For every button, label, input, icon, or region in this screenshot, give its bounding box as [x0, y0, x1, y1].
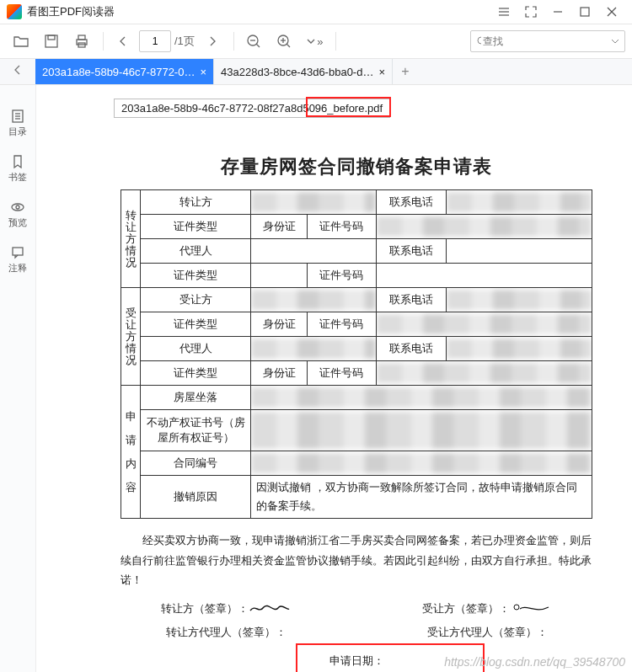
- close-icon[interactable]: ×: [378, 66, 385, 78]
- svg-rect-4: [581, 8, 589, 16]
- sidebar-item-label: 预览: [8, 216, 27, 229]
- app-title: 看图王PDF阅读器: [27, 4, 115, 19]
- field-label: 联系电话: [377, 288, 447, 312]
- page-number-input[interactable]: [139, 30, 171, 52]
- field-label: 证件号码: [307, 264, 377, 288]
- field-label: 联系电话: [377, 337, 447, 361]
- field-label: 证件号码: [307, 215, 377, 239]
- sidebar-item-preview[interactable]: 预览: [0, 191, 35, 237]
- close-window-button[interactable]: [598, 0, 625, 24]
- field-label: 证件号码: [307, 361, 377, 386]
- group-label-transferor: 转让方情况: [121, 190, 141, 288]
- svg-line-13: [256, 44, 260, 47]
- svg-rect-7: [46, 35, 57, 47]
- tab-label: 203a1a8e-58b9-46c7-8772-0…: [42, 66, 195, 78]
- svg-rect-10: [78, 35, 85, 40]
- maximize-button[interactable]: [571, 0, 598, 24]
- sidebar-item-annotate[interactable]: 注释: [0, 237, 35, 282]
- transferee-agent-signature: 受让方代理人（签章）：: [427, 625, 548, 640]
- svg-point-25: [12, 204, 24, 211]
- field-value: 身份证: [251, 312, 307, 337]
- open-file-button[interactable]: [7, 27, 35, 56]
- svg-point-28: [514, 605, 519, 610]
- svg-point-26: [16, 205, 19, 209]
- field-label: 证件号码: [307, 312, 377, 337]
- separator: [103, 32, 104, 51]
- field-label: 撤销原因: [141, 476, 251, 519]
- field-label: 证件类型: [141, 215, 251, 239]
- sidebar-item-label: 目录: [8, 125, 27, 138]
- field-label: 不动产权证书号（房屋所有权证号）: [141, 410, 251, 451]
- sidebar-item-label: 书签: [8, 171, 27, 184]
- sidebar-item-bookmark[interactable]: 书签: [0, 146, 35, 191]
- print-button[interactable]: [67, 27, 96, 56]
- next-page-button[interactable]: [198, 27, 227, 56]
- group-label-transferee: 受让方情况: [121, 288, 141, 386]
- app-logo: [7, 4, 22, 19]
- declaration-text: 经买卖双方协商一致，现申请撤销浙江省二手房买卖合同网签备案，若已办理资金监管，则…: [121, 531, 592, 589]
- document-viewer[interactable]: 203a1a8e-58b9-46c7-8772-08f27a8d5096_bef…: [36, 85, 632, 672]
- field-label: 房屋坐落: [141, 386, 251, 410]
- close-icon[interactable]: ×: [200, 66, 206, 78]
- separator: [335, 32, 336, 51]
- save-button[interactable]: [37, 27, 66, 56]
- field-value: 身份证: [251, 361, 307, 386]
- search-box[interactable]: [470, 30, 625, 52]
- minimize-button[interactable]: [544, 0, 571, 24]
- prev-page-button[interactable]: [109, 27, 137, 56]
- new-tab-button[interactable]: +: [393, 59, 418, 84]
- form-table: 转让方情况 转让方 联系电话 证件类型 身份证 证件号码 代理人 联系电话: [121, 189, 592, 519]
- field-label: 合同编号: [141, 451, 251, 476]
- search-input[interactable]: [481, 35, 611, 48]
- field-label: 代理人: [141, 239, 251, 264]
- field-value: 身份证: [251, 215, 307, 239]
- tab-inactive[interactable]: 43a228d3-8bce-43d6-bba0-d… ×: [214, 59, 393, 84]
- signature-scribble-icon: [249, 602, 291, 616]
- reason-text: 因测试撤销 ，双方协商一致解除所签订合同，故特申请撤销原合同的备案手续。: [251, 476, 592, 519]
- pdf-page: 存量房网签合同撤销备案申请表 转让方情况 转让方 联系电话 证件类型 身份证 证…: [95, 93, 618, 669]
- annotation-box: [306, 97, 391, 117]
- zoom-out-button[interactable]: [239, 27, 268, 56]
- field-label: 联系电话: [377, 239, 447, 264]
- nav-back-button[interactable]: [8, 59, 27, 81]
- fullscreen-button[interactable]: [517, 0, 544, 24]
- field-label: 证件类型: [141, 312, 251, 337]
- transferor-agent-signature: 转让方代理人（签章）：: [166, 625, 287, 640]
- svg-rect-8: [48, 35, 55, 40]
- transferor-signature: 转让方（签章）：: [161, 601, 291, 616]
- field-label: 转让方: [141, 190, 251, 215]
- more-button[interactable]: »: [300, 27, 329, 56]
- separator: [233, 32, 234, 51]
- search-dropdown-button[interactable]: [611, 34, 619, 49]
- sidebar-item-label: 注释: [8, 262, 27, 275]
- field-label: 证件类型: [141, 264, 251, 288]
- menu-button[interactable]: [490, 0, 517, 24]
- tab-label: 43a228d3-8bce-43d6-bba0-d…: [221, 66, 373, 78]
- svg-line-16: [287, 44, 290, 47]
- field-label: 联系电话: [377, 190, 447, 215]
- sidebar-item-toc[interactable]: 目录: [0, 100, 35, 146]
- zoom-in-button[interactable]: [270, 27, 298, 56]
- transferee-signature: 受让方（签章）：: [422, 601, 552, 616]
- watermark-text: https://blog.csdn.net/qq_39548700: [444, 655, 625, 669]
- page-total-label: /1页: [174, 34, 195, 49]
- document-title: 存量房网签合同撤销备案申请表: [95, 154, 618, 179]
- svg-rect-27: [13, 248, 23, 255]
- field-label: 受让方: [141, 288, 251, 312]
- field-label: 证件类型: [141, 361, 251, 386]
- group-label-content: 申请内容: [121, 386, 141, 519]
- field-label: 代理人: [141, 337, 251, 361]
- signature-scribble-icon: [510, 602, 552, 616]
- tab-active[interactable]: 203a1a8e-58b9-46c7-8772-0… ×: [35, 59, 214, 84]
